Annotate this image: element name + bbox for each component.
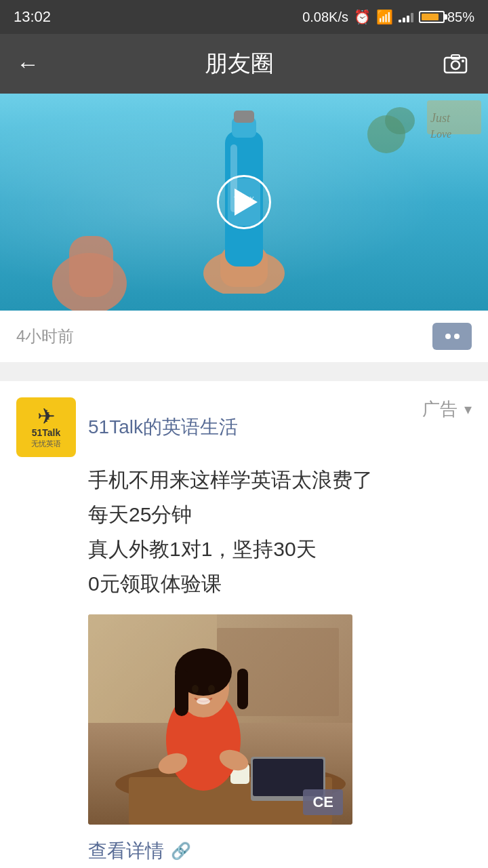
svg-point-39 <box>197 698 210 705</box>
play-icon <box>235 189 258 216</box>
svg-text:Just: Just <box>430 111 451 125</box>
post-1: TRINX Just Love 4小时前 <box>0 94 488 362</box>
svg-rect-8 <box>234 111 254 123</box>
post-1-footer: 4小时前 <box>0 311 488 362</box>
signal-icon <box>399 12 413 22</box>
ad-dropdown-icon[interactable]: ▾ <box>464 401 472 418</box>
signal-bar-3 <box>407 16 409 22</box>
alarm-icon: ⏰ <box>354 9 371 25</box>
svg-rect-21 <box>217 628 339 716</box>
svg-text:Love: Love <box>430 128 451 140</box>
svg-rect-13 <box>69 236 113 297</box>
camera-icon <box>443 51 468 77</box>
signal-bar-4 <box>411 13 413 22</box>
ad-user-info: ✈ 51Talk 无忧英语 51Talk的英语生活 <box>16 397 238 457</box>
header: ← 朋友圈 <box>0 34 488 94</box>
svg-point-3 <box>462 60 464 62</box>
svg-point-18 <box>385 107 415 134</box>
battery-bar <box>419 11 445 23</box>
dot-2 <box>454 334 460 339</box>
status-time: 13:02 <box>14 8 51 26</box>
ad-line-2: 每天25分钟 <box>88 503 192 526</box>
ad-line-4: 0元领取体验课 <box>88 572 222 595</box>
cafe-background: CE <box>88 614 352 825</box>
svg-point-37 <box>192 685 199 693</box>
logo-text: 51Talk <box>32 427 61 439</box>
ad-name-section: 51Talk的英语生活 <box>88 414 238 440</box>
wifi-icon: 📶 <box>376 9 393 25</box>
status-bar: 13:02 0.08K/s ⏰ 📶 85% <box>0 0 488 34</box>
hand-visual <box>49 175 218 311</box>
camera-button[interactable] <box>439 47 472 80</box>
ad-line-3: 真人外教1对1，坚持30天 <box>88 538 317 560</box>
back-button[interactable]: ← <box>16 51 39 77</box>
page-title: 朋友圈 <box>205 48 274 79</box>
ad-image[interactable]: CE <box>88 614 352 825</box>
svg-rect-36 <box>237 669 248 709</box>
ad-text: 手机不用来这样学英语太浪费了 每天25分钟 真人外教1对1，坚持30天 0元领取… <box>88 462 472 601</box>
link-icon: 🔗 <box>171 842 191 861</box>
svg-point-1 <box>451 61 460 69</box>
logo-sub: 无忧英语 <box>31 439 61 449</box>
play-button[interactable] <box>217 175 271 229</box>
ad-header: ✈ 51Talk 无忧英语 51Talk的英语生活 广告 ▾ <box>16 397 472 457</box>
ce-badge: CE <box>303 789 343 815</box>
signal-bar-1 <box>399 20 401 22</box>
link-text: 查看详情 <box>88 838 164 864</box>
svg-rect-35 <box>175 669 188 716</box>
avatar[interactable]: ✈ 51Talk 无忧英语 <box>16 397 76 457</box>
video-thumbnail[interactable]: TRINX Just Love <box>0 94 488 311</box>
ad-line-1: 手机不用来这样学英语太浪费了 <box>88 469 373 491</box>
ad-link[interactable]: 查看详情 🔗 <box>88 838 472 864</box>
svg-point-38 <box>208 685 215 693</box>
signal-bar-2 <box>403 18 405 22</box>
battery-fill <box>422 14 439 20</box>
ad-badge-row: 广告 ▾ <box>422 397 472 421</box>
network-speed: 0.08K/s <box>302 9 348 25</box>
ad-label: 广告 <box>422 397 458 421</box>
battery-indicator: 85% <box>419 9 474 25</box>
dot-1 <box>445 334 451 339</box>
ad-content: 手机不用来这样学英语太浪费了 每天25分钟 真人外教1对1，坚持30天 0元领取… <box>88 462 472 864</box>
battery-percent: 85% <box>447 9 474 25</box>
logo-plane-icon: ✈ <box>37 406 56 427</box>
decoration-visual: Just Love <box>366 94 488 175</box>
post-1-more-button[interactable] <box>432 323 472 350</box>
post-2-ad: ✈ 51Talk 无忧英语 51Talk的英语生活 广告 ▾ 手机不用来这样学英… <box>0 381 488 868</box>
status-right: 0.08K/s ⏰ 📶 85% <box>302 9 474 25</box>
video-section[interactable]: TRINX Just Love <box>0 94 488 311</box>
ad-username[interactable]: 51Talk的英语生活 <box>88 414 238 440</box>
post-1-time: 4小时前 <box>16 326 74 347</box>
section-divider <box>0 372 488 381</box>
